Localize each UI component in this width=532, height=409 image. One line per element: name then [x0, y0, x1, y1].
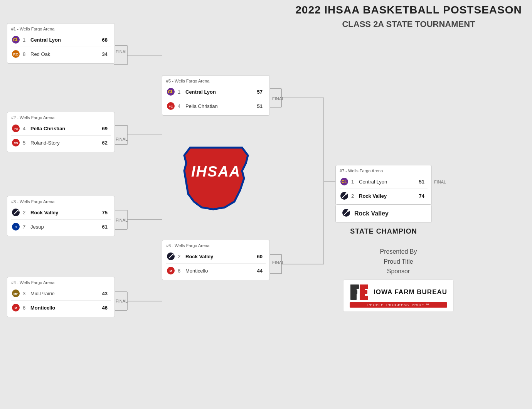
game-1-team-2-seed: 8: [23, 51, 28, 57]
champion-name: Rock Valley: [354, 210, 389, 217]
game-5-team-1-score: 57: [257, 89, 263, 95]
game-1-final: FINAL: [116, 49, 128, 54]
title-main: 2022 IHSAA BASKETBALL POSTSEASON: [293, 4, 524, 16]
svg-text:CL: CL: [13, 37, 19, 42]
game-6-team-2-row: M 6 Monticello 44: [166, 264, 266, 277]
monticello-logo-g6: M: [166, 266, 175, 275]
svg-text:RO: RO: [13, 52, 19, 56]
champion-logo: [342, 209, 350, 219]
game-6-team-1-score: 60: [257, 254, 263, 259]
game-5-team-2-score: 51: [257, 103, 263, 109]
game-4-team-1-row: MP 3 Mid-Prairie 43: [11, 287, 111, 300]
pella-logo-g2: PC: [11, 124, 20, 133]
game-4-label: #4 - Wells Fargo Arena: [11, 280, 111, 285]
rock-valley-logo-g7: [340, 191, 349, 200]
game-4-team-2-score: 46: [102, 305, 108, 311]
game-7-team-1-name: Central Lyon: [359, 179, 419, 185]
game-1-label: #1 - Wells Fargo Arena: [11, 27, 111, 31]
svg-text:J: J: [15, 226, 17, 229]
game-6-label: #6 - Wells Fargo Arena: [166, 243, 266, 248]
game-6-team-1-row: 2 Rock Valley 60: [166, 250, 266, 263]
svg-rect-63: [350, 284, 359, 289]
svg-text:CL: CL: [342, 179, 347, 184]
game-1-team-1-row: CL 1 Central Lyon 68: [11, 34, 111, 46]
game-2-team-1-row: PC 4 Pella Christian 69: [11, 122, 111, 135]
game-3-box: #3 - Wells Fargo Arena 2 Rock Valley 75 …: [7, 196, 115, 236]
ifb-company: IOWA FARM BUREAU: [374, 288, 447, 296]
game-5-final: FINAL: [272, 96, 284, 101]
game-7-box: #7 - Wells Fargo Arena CL 1 Central Lyon…: [335, 165, 432, 205]
svg-text:M: M: [170, 269, 172, 273]
svg-text:PC: PC: [13, 127, 18, 131]
central-lyon-logo-g1: CL: [11, 35, 20, 44]
svg-text:CL: CL: [168, 89, 174, 94]
rock-valley-logo-g6: [166, 252, 175, 261]
title-area: 2022 IHSAA BASKETBALL POSTSEASON CLASS 2…: [293, 4, 524, 29]
game-5-team-2-row: PC 4 Pella Christian 51: [166, 100, 266, 112]
game-2-label: #2 - Wells Fargo Arena: [11, 115, 111, 120]
svg-rect-64: [350, 290, 357, 294]
game-2-box: #2 - Wells Fargo Arena PC 4 Pella Christ…: [7, 112, 115, 152]
game-4-team-1-name: Mid-Prairie: [30, 291, 102, 296]
game-4-final: FINAL: [116, 299, 128, 303]
game-7-team-2-row: 2 Rock Valley 74: [340, 190, 428, 202]
game-5-team-1-row: CL 1 Central Lyon 57: [166, 86, 266, 98]
game-3-team-2-name: Jesup: [30, 224, 102, 230]
ifb-logo: IOWA FARM BUREAU PEOPLE. PROGRESS. PRIDE…: [343, 279, 454, 312]
game-5-team-2-seed: 4: [178, 103, 183, 109]
ifb-logo-top: IOWA FARM BUREAU: [350, 284, 447, 301]
game-4-team-1-seed: 3: [23, 291, 28, 296]
game-7-final: FINAL: [434, 180, 446, 184]
game-3-team-1-score: 75: [102, 210, 108, 215]
svg-text:RS: RS: [13, 141, 18, 145]
game-2-team-1-name: Pella Christian: [30, 126, 102, 131]
game-6-team-2-score: 44: [257, 268, 263, 274]
game-1-box: #1 - Wells Fargo Arena CL 1 Central Lyon…: [7, 23, 115, 64]
game-5-team-2-name: Pella Christian: [185, 103, 257, 109]
game-3-team-1-row: 2 Rock Valley 75: [11, 206, 111, 219]
game-3-team-1-name: Rock Valley: [30, 210, 102, 215]
game-2-team-2-name: Roland-Story: [30, 140, 102, 146]
monticello-logo-g4: M: [11, 303, 20, 312]
mid-prairie-logo-g4: MP: [11, 289, 20, 298]
page-container: 2022 IHSAA BASKETBALL POSTSEASON CLASS 2…: [0, 0, 532, 409]
game-6-final: FINAL: [272, 260, 284, 265]
game-2-team-1-score: 69: [102, 126, 108, 131]
game-1-team-2-score: 34: [102, 51, 108, 57]
game-1-team-1-name: Central Lyon: [30, 37, 102, 43]
game-5-label: #5 - Wells Fargo Arena: [166, 79, 266, 83]
sponsor-text: Presented By Proud Title Sponsor: [343, 247, 454, 276]
sponsor-area: Presented By Proud Title Sponsor: [343, 247, 454, 312]
game-4-team-2-row: M 6 Monticello 46: [11, 301, 111, 314]
game-6-team-2-name: Monticello: [185, 268, 257, 274]
roland-logo-g2: RS: [11, 138, 20, 147]
red-oak-logo-g1: RO: [11, 49, 20, 59]
game-1-team-1-score: 68: [102, 37, 108, 43]
state-champion-label: STATE CHAMPION: [335, 227, 432, 236]
svg-text:PC: PC: [168, 105, 173, 108]
game-2-team-1-seed: 4: [23, 126, 28, 131]
game-7-team-1-score: 51: [419, 179, 424, 185]
game-4-team-2-seed: 6: [23, 305, 28, 311]
game-5-team-1-seed: 1: [178, 89, 183, 95]
game-6-team-1-seed: 2: [178, 254, 183, 259]
game-2-team-2-row: RS 5 Roland-Story 62: [11, 136, 111, 149]
game-3-final: FINAL: [116, 218, 128, 222]
game-6-team-2-seed: 6: [178, 268, 183, 274]
svg-text:MP: MP: [13, 292, 19, 296]
game-5-box: #5 - Wells Fargo Arena CL 1 Central Lyon…: [162, 75, 270, 116]
game-4-team-1-score: 43: [102, 291, 108, 296]
central-lyon-logo-g7: CL: [340, 177, 349, 186]
champion-box: Rock Valley: [335, 204, 432, 223]
ihsaa-logo: IHSAA: [173, 139, 258, 216]
game-4-team-2-name: Monticello: [30, 305, 102, 311]
svg-rect-66: [360, 284, 368, 289]
central-lyon-logo-g5: CL: [166, 87, 175, 96]
game-3-team-1-seed: 2: [23, 210, 28, 215]
game-6-box: #6 - Wells Fargo Arena 2 Rock Valley 60 …: [162, 240, 270, 280]
game-7-team-1-row: CL 1 Central Lyon 51: [340, 175, 428, 188]
svg-rect-67: [360, 290, 367, 294]
jesup-logo-g3: J: [11, 222, 20, 231]
game-7-team-2-score: 74: [419, 193, 424, 199]
svg-rect-68: [360, 296, 368, 300]
